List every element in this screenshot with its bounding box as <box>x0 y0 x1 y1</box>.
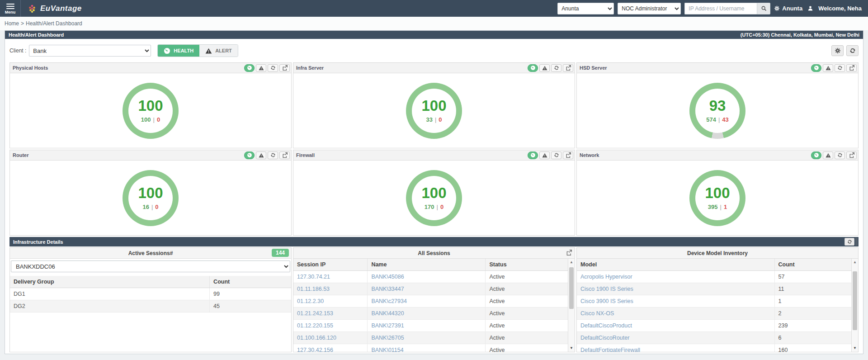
scrollbar-thumb[interactable] <box>853 271 857 330</box>
cell-link[interactable]: BANK\45086 <box>371 274 404 280</box>
breadcrumb-current: Health/Alert Dashboard <box>26 20 82 27</box>
cell-link[interactable]: DefaultFortigateFirewall <box>580 347 640 352</box>
cell[interactable]: DefaultFortigateFirewall <box>577 344 774 352</box>
column-header: Model <box>577 259 774 271</box>
cell-link[interactable]: Cisco 3900 IS Series <box>580 298 633 304</box>
panel-refresh-icon-button[interactable] <box>268 152 278 159</box>
search-button[interactable] <box>757 3 770 14</box>
cell-link[interactable]: Cisco NX-OS <box>580 310 614 317</box>
cell: 99 <box>210 288 291 300</box>
scrollbar-thumb[interactable] <box>855 238 858 246</box>
cell-link[interactable]: BANK\27391 <box>371 322 404 329</box>
user-icon[interactable] <box>807 5 813 11</box>
org-label[interactable]: Anunta <box>782 5 802 12</box>
cell[interactable]: BANK\c27934 <box>368 295 486 308</box>
health-toggle-button[interactable]: HEALTH <box>158 45 199 57</box>
cell-link[interactable]: 127.30.42.156 <box>297 347 333 352</box>
cell[interactable]: Acropolis Hypervisor <box>577 271 774 283</box>
health-gauge-ring: 100 395|1 <box>689 170 745 226</box>
health-view-icon-button[interactable] <box>244 152 255 159</box>
scroll-up-icon[interactable]: ▲ <box>570 259 573 266</box>
cell-link[interactable]: BANK\44320 <box>371 310 404 317</box>
open-external-icon-button[interactable] <box>563 64 573 72</box>
open-external-icon-button[interactable] <box>279 64 290 72</box>
cell[interactable]: Cisco 1900 IS Series <box>577 283 774 295</box>
cell-link[interactable]: DefaultCiscoProduct <box>580 322 632 329</box>
health-view-icon-button[interactable] <box>528 64 538 72</box>
cell-link[interactable]: 127.30.74.21 <box>297 274 330 280</box>
welcome-text: Welcome, Neha <box>818 5 862 12</box>
cell-link[interactable]: 01.100.166.120 <box>297 335 336 341</box>
cell[interactable]: BANK\44320 <box>368 308 486 320</box>
breadcrumb-home[interactable]: Home <box>5 20 19 27</box>
refresh-button[interactable] <box>846 45 859 56</box>
scroll-down-icon[interactable]: ▼ <box>853 345 857 352</box>
alert-view-icon-button[interactable] <box>256 152 266 159</box>
cell-link[interactable]: 01.12.220.155 <box>297 322 333 329</box>
panel-refresh-icon-button[interactable] <box>835 152 845 159</box>
cell[interactable]: Cisco NX-OS <box>577 308 774 320</box>
cell-link[interactable]: Acropolis Hypervisor <box>580 274 632 280</box>
infrastructure-refresh-button[interactable] <box>844 238 854 246</box>
open-external-icon-button[interactable] <box>846 64 857 72</box>
cell[interactable]: BANK\01154 <box>368 344 486 352</box>
cell[interactable]: BANK\26705 <box>368 332 486 344</box>
menu-button[interactable]: Menu <box>0 0 21 17</box>
cell[interactable]: BANK\45086 <box>368 271 486 283</box>
settings-gear-button[interactable] <box>831 45 844 56</box>
panel-refresh-icon-button[interactable] <box>551 64 561 72</box>
delivery-controller-select[interactable]: BANKXDDC06 <box>11 261 290 272</box>
cell-link[interactable]: BANK\33447 <box>371 286 404 292</box>
scrollbar-thumb[interactable] <box>569 267 574 309</box>
search-input[interactable] <box>684 3 757 14</box>
panel-refresh-icon-button[interactable] <box>835 64 845 72</box>
cell-link[interactable]: BANK\c27934 <box>371 298 407 304</box>
open-external-icon-button[interactable] <box>279 152 290 159</box>
cell-link[interactable]: 01.21.242.153 <box>297 310 333 317</box>
all-sessions-table: Session IP Name Status 127.30.74.21BANK\… <box>293 259 568 352</box>
org-select[interactable]: Anunta <box>557 3 614 14</box>
open-external-icon-button[interactable] <box>563 152 573 159</box>
alert-view-icon-button[interactable] <box>823 64 833 72</box>
open-external-icon-button[interactable] <box>846 152 857 159</box>
cell[interactable]: DefaultCiscoProduct <box>577 320 774 332</box>
gear-icon[interactable] <box>774 5 780 11</box>
cell[interactable]: 01.11.186.53 <box>293 283 368 295</box>
scroll-up-icon[interactable]: ▲ <box>853 259 857 266</box>
cell[interactable]: 01.12.2.30 <box>293 295 368 308</box>
panel-refresh-icon-button[interactable] <box>268 64 278 72</box>
gauge-value: 100 <box>138 185 163 200</box>
cell-link[interactable]: Cisco 1900 IS Series <box>580 286 633 292</box>
cell-link[interactable]: BANK\01154 <box>371 347 403 352</box>
cell[interactable]: 127.30.42.156 <box>293 344 368 352</box>
cell[interactable]: Cisco 3900 IS Series <box>577 295 774 308</box>
all-sessions-scrollbar[interactable]: ▲ ▼ <box>568 259 575 352</box>
cell[interactable]: BANK\27391 <box>368 320 486 332</box>
cell[interactable]: 01.21.242.153 <box>293 308 368 320</box>
cell[interactable]: 01.100.166.120 <box>293 332 368 344</box>
cell: 1 <box>774 295 851 308</box>
health-view-icon-button[interactable] <box>244 64 255 72</box>
all-sessions-open-icon[interactable] <box>566 250 572 256</box>
cell[interactable]: 127.30.74.21 <box>293 271 368 283</box>
client-select[interactable]: Bank <box>29 45 151 57</box>
role-select[interactable]: NOC Administrator <box>618 3 681 14</box>
health-view-icon-button[interactable] <box>811 64 821 72</box>
cell[interactable]: DefaultCiscoRouter <box>577 332 774 344</box>
cell-link[interactable]: BANK\26705 <box>371 335 404 341</box>
alert-view-icon-button[interactable] <box>539 64 550 72</box>
cell[interactable]: BANK\33447 <box>368 283 486 295</box>
health-view-icon-button[interactable] <box>811 152 821 159</box>
alert-view-icon-button[interactable] <box>539 152 550 159</box>
scroll-down-icon[interactable]: ▼ <box>570 345 573 352</box>
cell-link[interactable]: 01.11.186.53 <box>297 286 330 292</box>
panel-refresh-icon-button[interactable] <box>551 152 561 159</box>
alert-view-icon-button[interactable] <box>823 152 833 159</box>
alert-view-icon-button[interactable] <box>256 64 266 72</box>
health-view-icon-button[interactable] <box>528 152 538 159</box>
cell-link[interactable]: DefaultCiscoRouter <box>580 335 629 341</box>
alert-toggle-button[interactable]: ALERT <box>199 45 238 57</box>
device-model-scrollbar[interactable]: ▲ ▼ <box>851 259 858 352</box>
cell-link[interactable]: 01.12.2.30 <box>297 298 324 304</box>
cell[interactable]: 01.12.220.155 <box>293 320 368 332</box>
